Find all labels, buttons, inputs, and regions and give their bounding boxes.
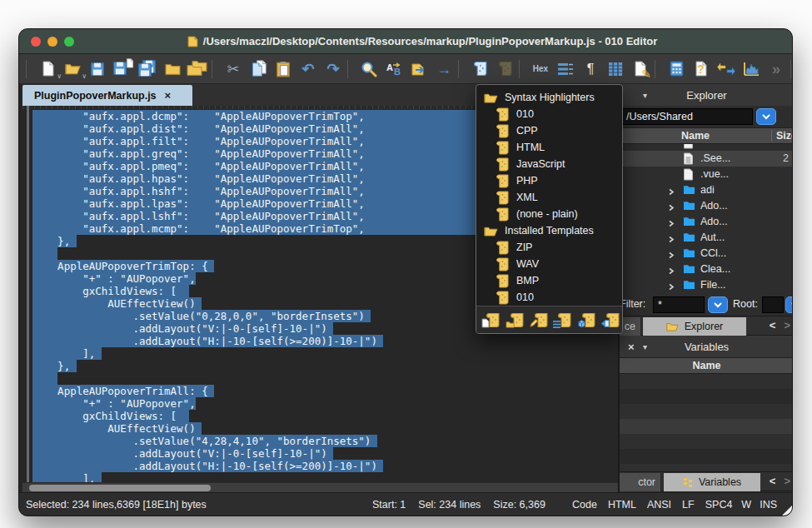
hex-label-icon[interactable]: Hex: [528, 57, 553, 82]
folder-row-ccl[interactable]: CCl...: [620, 246, 793, 262]
status-spc4[interactable]: SPC4: [705, 499, 733, 511]
copy-icon[interactable]: [246, 57, 271, 82]
save-icon[interactable]: [85, 57, 110, 82]
menu-item-none-plain[interactable]: (none - plain): [476, 206, 622, 222]
jump-to-icon[interactable]: →: [431, 57, 456, 82]
menu-item-010[interactable]: 010: [476, 289, 622, 306]
status-w[interactable]: W: [741, 499, 751, 511]
folder-row-adi[interactable]: adi: [620, 182, 793, 198]
status-ansi[interactable]: ANSI: [647, 499, 671, 511]
file-row-blank[interactable]: [620, 144, 793, 151]
run-script-icon[interactable]: [467, 57, 492, 82]
root-input[interactable]: [762, 296, 784, 313]
show-whitespace-icon[interactable]: ¶: [578, 57, 603, 82]
find-icon[interactable]: [356, 57, 381, 82]
file-row-see[interactable]: .See...2: [620, 151, 793, 167]
folder-multi-icon[interactable]: [185, 57, 210, 82]
minimize-window-button[interactable]: [47, 37, 57, 47]
goto-icon[interactable]: [406, 57, 431, 82]
menu-item-syntax-highlighters[interactable]: Syntax Highlighters: [476, 89, 622, 106]
variables-empty-rows[interactable]: [620, 374, 793, 471]
columns-icon[interactable]: [603, 57, 628, 82]
swap-bytes-icon[interactable]: [714, 57, 739, 82]
column-separator[interactable]: [771, 130, 772, 142]
help-doc-icon[interactable]: ?: [689, 57, 714, 82]
menu-item-wav[interactable]: WAV: [476, 256, 622, 272]
template-list-icon[interactable]: [555, 310, 575, 331]
scroll-left-icon[interactable]: <: [770, 319, 776, 331]
filter-dropdown-button[interactable]: [708, 296, 728, 313]
menu-item-installed-templates[interactable]: Installed Templates: [476, 222, 622, 239]
template-import-icon[interactable]: [602, 310, 622, 331]
folder-row-ado[interactable]: Ado...: [620, 214, 793, 230]
menu-item-javascript[interactable]: JavaScript: [476, 156, 622, 172]
tab-explorer[interactable]: Explorer: [643, 317, 746, 336]
menu-item-bmp[interactable]: BMP: [476, 272, 622, 289]
zoom-window-button[interactable]: [64, 37, 74, 47]
variables-table-header[interactable]: Name: [620, 357, 793, 374]
expand-chevron-icon[interactable]: [668, 234, 675, 246]
root-dropdown-button[interactable]: [785, 296, 793, 313]
horizontal-scrollbar-thumb[interactable]: [29, 485, 211, 491]
scroll-right-icon[interactable]: >: [784, 319, 790, 331]
menu-item-cpp[interactable]: CPP: [476, 122, 622, 139]
status-html[interactable]: HTML: [608, 499, 636, 511]
open-file-icon[interactable]: ∨: [60, 57, 85, 82]
scroll-left-icon[interactable]: <: [770, 475, 776, 487]
histogram-icon[interactable]: [739, 57, 764, 82]
title-bar[interactable]: /Users/maczl/Desktop/Contents/Resources/…: [19, 29, 792, 54]
expand-chevron-icon[interactable]: [668, 281, 675, 292]
status-code[interactable]: Code: [572, 499, 597, 511]
template-new-icon[interactable]: [483, 310, 503, 331]
edit-mode-icon[interactable]: ✎: [628, 57, 653, 82]
file-row-vue[interactable]: .vue...: [620, 167, 793, 182]
redo-icon[interactable]: ↷: [321, 57, 346, 82]
hex-edit-icon[interactable]: [553, 57, 578, 82]
scroll-right-icon[interactable]: >: [784, 475, 790, 487]
template-cube-icon[interactable]: [579, 310, 599, 331]
path-input[interactable]: /Users/Shared: [621, 108, 753, 125]
menu-item-xml[interactable]: XML: [476, 189, 622, 206]
expand-chevron-icon[interactable]: [668, 218, 675, 230]
folder-row-file[interactable]: File...: [620, 277, 793, 292]
save-as-icon[interactable]: [110, 57, 135, 82]
expand-chevron-icon[interactable]: [668, 250, 675, 262]
template-edit-icon[interactable]: [531, 310, 550, 331]
horizontal-scrollbar[interactable]: [22, 482, 618, 492]
folder-row-ado[interactable]: Ado...: [620, 198, 793, 214]
menu-item-html[interactable]: HTML: [476, 139, 622, 156]
undo-icon[interactable]: ↶: [296, 57, 321, 82]
expand-chevron-icon[interactable]: [668, 202, 675, 214]
close-window-button[interactable]: [31, 37, 41, 47]
new-file-icon[interactable]: ∨: [35, 57, 60, 82]
tab-variables[interactable]: Variables: [664, 473, 760, 491]
calculator-icon[interactable]: [664, 57, 689, 82]
folder-row-clea[interactable]: Clea...: [620, 262, 793, 277]
cut-icon[interactable]: ✂: [221, 57, 246, 82]
column-name[interactable]: Name: [620, 130, 771, 142]
menu-item-zip[interactable]: ZIP: [476, 239, 622, 256]
tab-pluginpopovermarkup[interactable]: PluginPopoverMarkup.js ×: [22, 85, 192, 106]
status-lf[interactable]: LF: [682, 499, 695, 511]
folder-row-aut[interactable]: Aut...: [620, 230, 793, 246]
status-ins[interactable]: INS: [760, 499, 777, 511]
explorer-table-header[interactable]: Name Size: [620, 127, 793, 144]
filter-input[interactable]: *: [653, 296, 705, 313]
tab-close-icon[interactable]: ×: [165, 89, 172, 102]
run-script-disabled-icon[interactable]: [492, 57, 517, 82]
expand-chevron-icon[interactable]: [668, 187, 675, 198]
column-size[interactable]: Size: [776, 130, 793, 142]
folder-icon[interactable]: [160, 57, 185, 82]
menu-item-010[interactable]: 010: [476, 106, 622, 122]
close-panel-icon[interactable]: ×: [628, 341, 635, 353]
more-tools-icon[interactable]: »: [764, 57, 789, 82]
tab-inspector-partial[interactable]: ctor: [620, 473, 661, 491]
collapse-chevron-icon[interactable]: ▾: [643, 342, 647, 351]
expand-chevron-icon[interactable]: [668, 266, 675, 277]
path-dropdown-button[interactable]: [756, 108, 776, 125]
replace-icon[interactable]: AB: [381, 57, 406, 82]
save-all-icon[interactable]: [135, 57, 160, 82]
menu-item-php[interactable]: PHP: [476, 172, 622, 189]
paste-icon[interactable]: [271, 57, 296, 82]
resize-grip[interactable]: [780, 506, 792, 516]
